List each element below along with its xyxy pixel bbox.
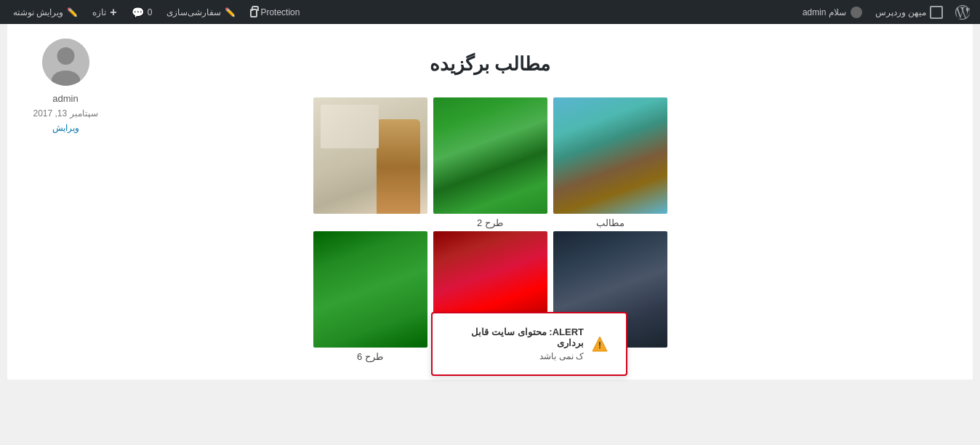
alert-title: ALERT: محتوای سایت قابل برداری [450, 326, 584, 348]
edit-post-label: ویرایش نوشته [13, 7, 63, 17]
user-name: admin [29, 93, 102, 104]
site-icon [930, 6, 943, 19]
image-label-1: مطالب [553, 217, 667, 228]
image-cell-2: طرح 2 [433, 97, 547, 228]
alert-text: ALERT: محتوای سایت قابل برداری ک نمی باش… [450, 326, 584, 361]
protection-label: Protection [260, 7, 300, 17]
plus-icon: + [110, 6, 116, 19]
site-name-button[interactable]: میهن وردپرس [868, 0, 950, 24]
new-button[interactable]: + تازه [85, 0, 124, 24]
image-cell-6: طرح 6 [313, 231, 427, 362]
warning-triangle-icon: ! [591, 335, 609, 353]
image-green-river[interactable] [433, 97, 547, 214]
comments-button[interactable]: 0 💬 [124, 0, 160, 24]
customize-label: سفارشی‌سازی [166, 7, 221, 17]
image-green-plant[interactable] [313, 231, 427, 348]
main-wrapper: admin سپتامبر 13, 2017 ویرایش مطالب برگز… [0, 24, 980, 445]
user-avatar [42, 39, 89, 86]
adminbar-left: میهن وردپرس سلام admin [797, 0, 974, 24]
admin-avatar-small [851, 7, 862, 18]
image-tropical-water[interactable] [553, 97, 667, 214]
lock-icon [250, 9, 257, 17]
image-label-6: طرح 6 [313, 351, 427, 362]
new-label: تازه [92, 7, 106, 17]
content-area: admin سپتامبر 13, 2017 ویرایش مطالب برگز… [7, 24, 973, 380]
site-name-label: میهن وردپرس [875, 7, 926, 17]
comment-count-label: 0 [148, 7, 153, 17]
image-drawing-tablet[interactable] [313, 97, 427, 214]
image-label-2: طرح 2 [433, 217, 547, 228]
comment-bubble-icon: 💬 [132, 7, 144, 18]
svg-point-1 [57, 47, 74, 65]
customize-button[interactable]: ✏️ سفارشی‌سازی [159, 0, 243, 24]
admin-greeting: سلام admin [797, 7, 868, 18]
page-title: مطالب برگزیده [22, 53, 958, 76]
svg-text:!: ! [598, 340, 601, 350]
alert-inner: ! ALERT: محتوای سایت قابل برداری ک نمی ب… [450, 326, 609, 361]
alert-popup: ! ALERT: محتوای سایت قابل برداری ک نمی ب… [431, 312, 627, 376]
images-section: مطالب طرح 2 [308, 97, 672, 362]
user-sidebar: admin سپتامبر 13, 2017 ویرایش [29, 39, 102, 133]
alert-subtitle: ک نمی باشد [450, 351, 584, 361]
protection-button[interactable]: Protection [243, 0, 307, 24]
edit-post-button[interactable]: ✏️ ویرایش نوشته [6, 0, 85, 24]
image-cell-3 [313, 97, 427, 228]
image-cell-1: مطالب [553, 97, 667, 228]
adminbar-right: ✏️ ویرایش نوشته + تازه 0 💬 ✏️ سفارشی‌ساز… [6, 0, 307, 24]
page-title-area: مطالب برگزیده [22, 39, 958, 97]
user-date: سپتامبر 13, 2017 [29, 108, 102, 119]
customize-icon: ✏️ [225, 7, 236, 17]
user-edit-link[interactable]: ویرایش [29, 123, 102, 133]
top-row-images: مطالب طرح 2 [308, 97, 672, 228]
admin-bar: میهن وردپرس سلام admin ✏️ ویرایش نوشته +… [0, 0, 980, 24]
wp-logo-button[interactable] [950, 0, 974, 24]
greeting-text: سلام admin [803, 7, 846, 17]
top-row-wrapper: مطالب طرح 2 [308, 97, 672, 228]
edit-icon: ✏️ [67, 7, 78, 17]
